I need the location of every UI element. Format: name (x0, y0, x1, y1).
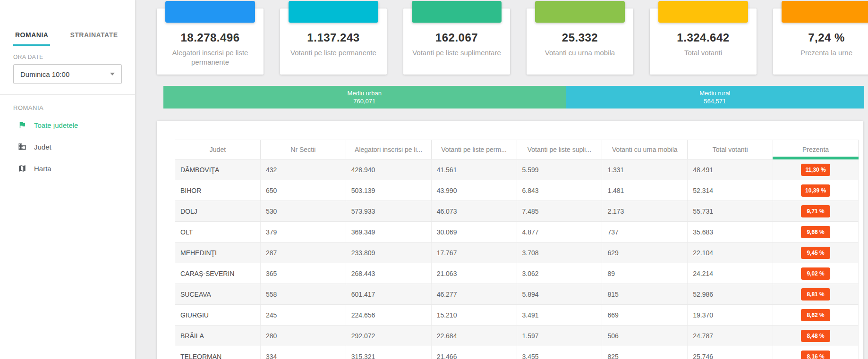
cell-vot-supl: 3.491 (517, 305, 602, 326)
cell-total: 24.787 (688, 326, 773, 346)
cell-prezenta: 8,48 % (773, 326, 859, 346)
sidebar-item-label: Toate judetele (34, 121, 78, 129)
cell-judet: TELEORMAN (175, 346, 261, 359)
table-panel: Judet Nr Sectii Alegatori inscrisi pe li… (157, 121, 863, 359)
ora-date-select[interactable]: Duminica 10:00 (13, 64, 122, 84)
cell-prezenta: 9,71 % (773, 201, 859, 222)
cell-vot-perm: 17.767 (431, 242, 517, 263)
chevron-down-icon (110, 73, 115, 75)
table-row[interactable]: DOLJ 530 573.933 46.073 7.485 2.173 55.7… (175, 201, 859, 222)
cell-alegatori: 428.940 (346, 159, 431, 180)
stat-card-votanti-permanente: 1.137.243 Votanti pe liste permanente (280, 8, 387, 75)
table-row[interactable]: GIURGIU 245 224.656 15.210 3.491 669 19.… (175, 305, 859, 326)
building-icon (18, 142, 26, 151)
stat-card-value: 25.332 (527, 31, 633, 44)
stat-card-label: Total votanti (656, 48, 750, 58)
col-header-vot-perm[interactable]: Votanti pe liste perm... (431, 140, 517, 159)
cell-alegatori: 315.321 (346, 346, 431, 359)
table-row[interactable]: BIHOR 650 503.139 43.990 6.843 1.481 52.… (175, 180, 859, 201)
sidebar-item-toate-judetele[interactable]: Toate judetele (0, 114, 135, 136)
cell-vot-perm: 46.073 (431, 201, 517, 222)
col-header-urna-mobila[interactable]: Votanti cu urna mobila (602, 140, 688, 159)
cell-alegatori: 268.443 (346, 263, 431, 284)
sidebar-section-label: ROMANIA (0, 95, 135, 114)
cell-sectii: 558 (260, 284, 346, 305)
cell-prezenta: 8,62 % (773, 305, 859, 326)
sidebar-item-label: Harta (34, 165, 51, 173)
cell-urna: 1.481 (602, 180, 688, 201)
cell-total: 24.214 (688, 263, 773, 284)
cell-alegatori: 601.417 (346, 284, 431, 305)
sidebar-item-label: Judet (34, 143, 51, 151)
sidebar-item-judet[interactable]: Judet (0, 136, 135, 158)
cell-total: 52.314 (688, 180, 773, 201)
cell-judet: OLT (175, 222, 261, 242)
cell-vot-perm: 41.561 (431, 159, 517, 180)
cell-judet: SUCEAVA (175, 284, 261, 305)
stat-card-total-votanti: 1.324.642 Total votanti (650, 8, 757, 75)
col-header-prezenta[interactable]: Prezenta (773, 140, 859, 159)
col-header-nr-sectii[interactable]: Nr Sectii (260, 140, 346, 159)
cell-total: 22.104 (688, 242, 773, 263)
stat-card-color-block (412, 1, 502, 23)
col-header-vot-supl[interactable]: Votanti pe liste supli... (517, 140, 602, 159)
cell-judet: GIURGIU (175, 305, 261, 326)
cell-total: 55.731 (688, 201, 773, 222)
cell-total: 25.746 (688, 346, 773, 359)
map-icon (18, 164, 26, 173)
table-row[interactable]: MEHEDINŢI 287 233.809 17.767 3.708 629 2… (175, 242, 859, 263)
table-row[interactable]: CARAŞ-SEVERIN 365 268.443 21.063 3.062 8… (175, 263, 859, 284)
cell-urna: 737 (602, 222, 688, 242)
cell-vot-supl: 6.843 (517, 180, 602, 201)
ora-date-filter: ORA DATE Duminica 10:00 (0, 46, 135, 84)
main-content: 18.278.496 Alegatori inscrisi pe liste p… (136, 0, 868, 359)
sort-indicator (773, 157, 859, 159)
cell-alegatori: 292.072 (346, 326, 431, 346)
cell-urna: 815 (602, 284, 688, 305)
stat-card-value: 1.137.243 (280, 31, 387, 44)
stat-card-votanti-suplimentare: 162.067 Votanti pe liste suplimentare (403, 8, 510, 75)
prezenta-badge: 9,66 % (801, 226, 830, 238)
table-row[interactable]: OLT 379 369.349 30.069 4.877 737 35.683 … (175, 222, 859, 242)
sidebar: ROMANIA STRAINATATE ORA DATE Duminica 10… (0, 0, 136, 359)
prezenta-badge: 11,30 % (801, 164, 830, 176)
stat-card-value: 7,24 % (773, 31, 868, 44)
cell-urna: 506 (602, 326, 688, 346)
sidebar-item-harta[interactable]: Harta (0, 158, 135, 179)
cell-vot-perm: 22.684 (431, 326, 517, 346)
prezenta-badge: 8,62 % (801, 309, 830, 321)
rural-segment: Mediu rural 564,571 (566, 86, 864, 109)
stat-card-prezenta: 7,24 % Prezenta la urne (773, 8, 868, 75)
cell-sectii: 334 (260, 346, 346, 359)
stat-card-label: Alegatori inscrisi pe liste permanente (163, 48, 257, 67)
urban-value: 760,071 (353, 97, 375, 105)
ora-date-label: ORA DATE (13, 54, 122, 60)
tab-romania[interactable]: ROMANIA (13, 25, 50, 46)
country-tabs: ROMANIA STRAINATATE (0, 25, 135, 46)
cell-prezenta: 10,39 % (773, 180, 859, 201)
stat-card-value: 18.278.496 (157, 31, 264, 44)
stat-card-color-block (289, 1, 378, 23)
cell-sectii: 650 (260, 180, 346, 201)
stat-card-color-block (535, 1, 625, 23)
cell-vot-perm: 15.210 (431, 305, 517, 326)
col-header-judet[interactable]: Judet (175, 140, 261, 159)
stat-card-color-block (165, 1, 255, 23)
cell-total: 48.491 (688, 159, 773, 180)
cell-sectii: 280 (260, 326, 346, 346)
cell-alegatori: 224.656 (346, 305, 431, 326)
table-row[interactable]: BRĂILA 280 292.072 22.684 1.597 506 24.7… (175, 326, 859, 346)
table-row[interactable]: SUCEAVA 558 601.417 46.277 5.894 815 52.… (175, 284, 859, 305)
urban-label: Mediu urban (348, 89, 382, 97)
cell-judet: BIHOR (175, 180, 261, 201)
table-row[interactable]: DÂMBOVIŢA 432 428.940 41.561 5.599 1.331… (175, 159, 859, 180)
urban-segment: Mediu urban 760,071 (163, 86, 566, 109)
ora-date-value: Duminica 10:00 (20, 70, 69, 78)
table-row[interactable]: TELEORMAN 334 315.321 21.466 3.455 825 2… (175, 346, 859, 359)
cell-vot-supl: 4.877 (517, 222, 602, 242)
tab-strainatate[interactable]: STRAINATATE (68, 25, 119, 46)
col-header-alegatori[interactable]: Alegatori inscrisi pe li... (346, 140, 431, 159)
cell-prezenta: 9,66 % (773, 222, 859, 242)
col-header-total-votanti[interactable]: Total votanti (688, 140, 773, 159)
cell-urna: 629 (602, 242, 688, 263)
